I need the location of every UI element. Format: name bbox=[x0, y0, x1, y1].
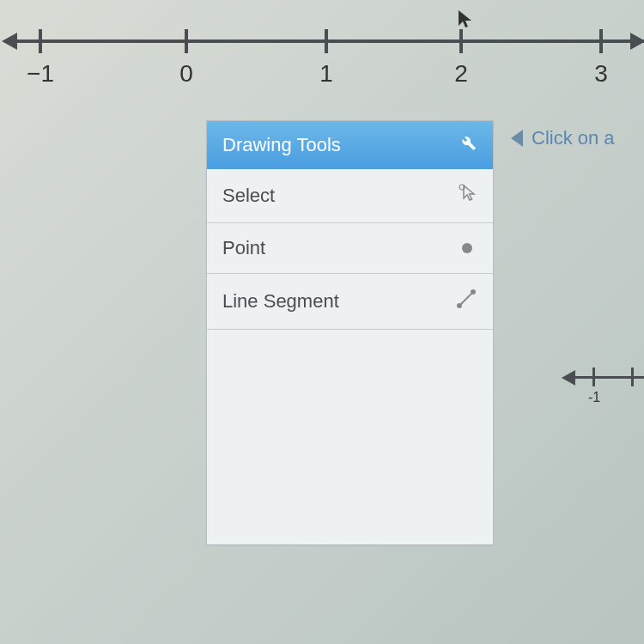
small-number-line[interactable]: -1 bbox=[558, 369, 644, 404]
line-segment-icon bbox=[455, 288, 477, 315]
tick-label: 2 bbox=[454, 60, 468, 88]
tools-header[interactable]: Drawing Tools bbox=[207, 121, 493, 169]
arrow-right-icon bbox=[630, 33, 644, 50]
hint-arrow-icon bbox=[511, 130, 523, 147]
tools-header-label: Drawing Tools bbox=[222, 134, 341, 156]
tool-line-segment[interactable]: Line Segment bbox=[207, 274, 493, 330]
mouse-cursor-icon bbox=[455, 9, 476, 33]
tick-mark bbox=[39, 29, 42, 53]
tick-mark bbox=[325, 29, 328, 53]
tick-label: 3 bbox=[594, 60, 608, 88]
wrench-icon bbox=[459, 133, 477, 157]
tick-label: −1 bbox=[27, 60, 54, 88]
tool-point[interactable]: Point bbox=[207, 223, 493, 274]
cursor-icon bbox=[457, 183, 477, 209]
tool-label: Line Segment bbox=[222, 290, 339, 313]
tool-select[interactable]: Select bbox=[207, 169, 493, 223]
hint-text: Click on a bbox=[532, 127, 615, 149]
tick-label: 0 bbox=[179, 60, 193, 88]
small-tick-label: -1 bbox=[588, 390, 600, 405]
tick-mark bbox=[599, 29, 603, 53]
svg-line-3 bbox=[461, 294, 471, 304]
arrow-left-icon bbox=[2, 33, 17, 50]
tick-mark bbox=[185, 29, 188, 53]
hint-area: Click on a bbox=[511, 127, 615, 149]
tools-empty-area bbox=[207, 330, 493, 544]
tick-mark bbox=[459, 29, 463, 53]
small-tick-mark bbox=[631, 368, 634, 386]
small-tick-mark bbox=[592, 368, 595, 386]
small-arrow-left-icon bbox=[562, 370, 575, 386]
drawing-tools-panel: Drawing Tools Select Point Line Segment bbox=[206, 120, 494, 545]
tool-label: Point bbox=[222, 237, 265, 259]
number-line[interactable]: −1 0 1 2 3 bbox=[0, 39, 644, 91]
point-icon bbox=[462, 243, 472, 253]
tick-label: 1 bbox=[319, 60, 333, 88]
axis-line bbox=[13, 39, 644, 43]
tool-label: Select bbox=[222, 185, 275, 207]
